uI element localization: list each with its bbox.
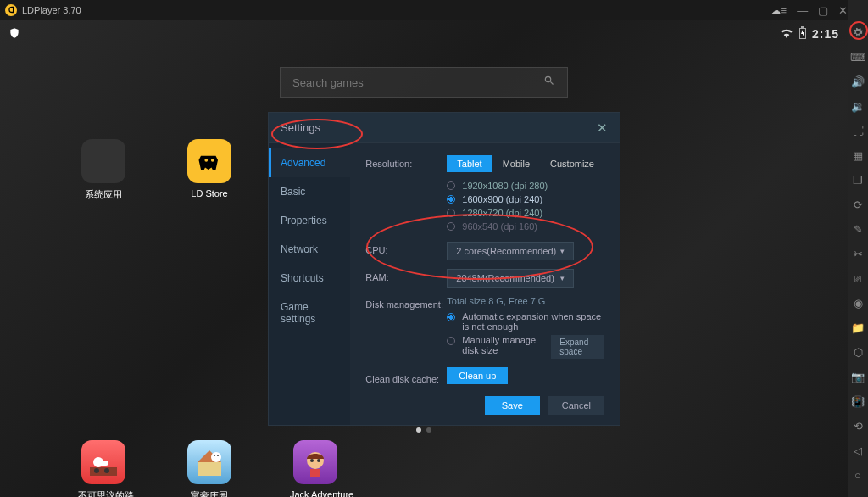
svg-point-13 [310, 459, 314, 462]
svg-point-14 [317, 459, 320, 462]
svg-point-5 [94, 468, 99, 473]
radio-960[interactable]: 960x540 (dpi 160) [447, 220, 604, 233]
svg-point-1 [211, 159, 214, 162]
modal-title: Settings [281, 121, 597, 134]
radio-manual-disk[interactable]: Manually manage disk sizeExpand space [447, 335, 604, 359]
folder-icon[interactable]: 📁 [851, 321, 865, 334]
battery-icon [798, 26, 807, 42]
volume-down-icon[interactable]: 🔉 [851, 100, 865, 113]
chevron-down-icon: ▾ [560, 247, 565, 255]
record-icon[interactable]: ⎚ [851, 272, 865, 285]
radio-1920[interactable]: 1920x1080 (dpi 280) [447, 179, 604, 193]
screenshot-icon[interactable]: 📷 [851, 371, 865, 383]
keymap-icon[interactable]: ▦ [851, 149, 865, 162]
wifi-icon [780, 27, 793, 41]
status-clock: 2:15 [812, 27, 839, 41]
radio-1280[interactable]: 1280x720 (dpi 240) [447, 206, 604, 220]
svg-point-0 [204, 159, 208, 162]
radio-1600[interactable]: 1600x900 (dpi 240) [447, 193, 604, 206]
app-logo: ᗡ [5, 4, 17, 16]
app-title: LDPlayer 3.70 [22, 5, 771, 15]
svg-rect-4 [95, 461, 108, 466]
nav-properties[interactable]: Properties [269, 206, 350, 235]
apk-icon[interactable]: ⬡ [851, 346, 865, 359]
rotate-icon[interactable]: ⟲ [851, 420, 865, 433]
clean-label: Clean disk cache: [365, 371, 447, 384]
tab-tablet[interactable]: Tablet [447, 155, 492, 172]
minimize-icon[interactable]: — [797, 4, 808, 17]
nav-shortcuts[interactable]: Shortcuts [269, 264, 350, 293]
clean-up-button[interactable]: Clean up [447, 367, 508, 384]
shake-icon[interactable]: 📳 [851, 395, 865, 408]
sync-icon[interactable]: ⟳ [851, 198, 865, 211]
recent-icon[interactable]: □ [851, 494, 865, 497]
nav-network[interactable]: Network [269, 235, 350, 264]
keyboard-icon[interactable]: ⌨ [851, 51, 865, 64]
gear-icon[interactable] [851, 25, 865, 39]
svg-rect-15 [310, 469, 320, 477]
app-manor[interactable]: 富豪庄园 [184, 440, 235, 497]
chevron-down-icon: ▾ [560, 274, 565, 282]
disk-total: Total size 8 G, Free 7 G [447, 296, 604, 306]
ram-select[interactable]: 2048M(Recommended)▾ [447, 269, 574, 288]
save-button[interactable]: Save [485, 396, 540, 415]
location-icon[interactable]: ◉ [851, 297, 865, 310]
settings-modal: Settings ✕ Advanced Basic Properties Net… [268, 112, 620, 426]
menu-icon[interactable]: ≡ [781, 4, 787, 17]
svg-rect-7 [198, 462, 221, 476]
nav-basic[interactable]: Basic [269, 177, 350, 206]
fullscreen-icon[interactable]: ⛶ [851, 125, 865, 137]
search-icon[interactable] [543, 75, 555, 90]
cpu-select[interactable]: 2 cores(Recommended)▾ [447, 242, 574, 260]
app-ld-store[interactable]: LD Store [184, 139, 235, 198]
nav-advanced[interactable]: Advanced [269, 148, 350, 177]
ram-label: RAM: [365, 269, 447, 282]
search-field[interactable] [292, 76, 543, 89]
svg-rect-2 [90, 467, 117, 476]
home-icon[interactable]: ○ [851, 469, 865, 482]
scissors-icon[interactable]: ✂ [851, 248, 865, 260]
nav-game-settings[interactable]: Game settings [269, 293, 350, 333]
search-input[interactable] [280, 67, 568, 98]
radio-auto-expand[interactable]: Automatic expansion when space is not en… [447, 311, 604, 332]
volume-icon[interactable]: 🔊 [851, 75, 865, 88]
cloud-icon[interactable]: ☁ [771, 5, 781, 16]
multi-instance-icon[interactable]: ❐ [851, 174, 865, 187]
back-icon[interactable]: ◁ [851, 444, 865, 457]
tab-mobile[interactable]: Mobile [492, 155, 540, 172]
script-icon[interactable]: ✎ [851, 223, 865, 236]
maximize-icon[interactable]: ▢ [818, 4, 828, 17]
disk-label: Disk management: [365, 296, 447, 310]
app-jack-adventure[interactable]: Jack Adventure [290, 440, 341, 497]
page-indicator [416, 427, 431, 433]
app-system-apps[interactable]: 系统应用 [78, 139, 129, 201]
tab-customize[interactable]: Customize [540, 155, 604, 172]
app-incredible-road[interactable]: 不可思议的路 [78, 440, 129, 497]
close-icon[interactable]: ✕ [597, 120, 608, 136]
right-toolbar: ⌨ 🔊 🔉 ⛶ ▦ ❐ ⟳ ✎ ✂ ⎚ ◉ 📁 ⬡ 📷 📳 ⟲ ◁ ○ □ ⋯ [848, 0, 868, 497]
expand-space-button[interactable]: Expand space [551, 335, 604, 359]
shield-icon [8, 27, 20, 41]
svg-point-10 [214, 455, 215, 456]
cpu-label: CPU: [365, 242, 447, 255]
svg-point-11 [217, 455, 219, 456]
close-icon[interactable]: ✕ [838, 4, 848, 17]
svg-point-9 [211, 452, 221, 462]
svg-point-6 [104, 468, 109, 473]
cancel-button[interactable]: Cancel [548, 396, 604, 415]
resolution-label: Resolution: [365, 155, 447, 169]
